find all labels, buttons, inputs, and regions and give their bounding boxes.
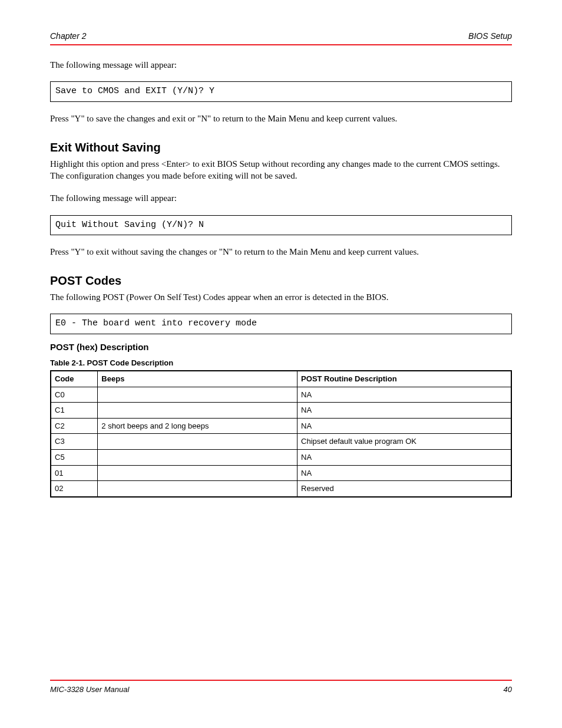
paragraph: The following message will appear:: [50, 59, 512, 71]
footer-right: 40: [504, 684, 512, 695]
page-header: Chapter 2 BIOS Setup: [50, 31, 512, 42]
th-desc: POST Routine Description: [297, 371, 511, 387]
footer-left: MIC-3328 User Manual: [50, 684, 129, 695]
paragraph: Highlight this option and press <Enter> …: [50, 158, 512, 182]
table-row: 02 Reserved: [51, 481, 511, 497]
page-body: The following message will appear: Save …: [50, 59, 512, 498]
table-row: C2 2 short beeps and 2 long beeps NA: [51, 418, 511, 434]
table-row: C0 NA: [51, 387, 511, 403]
table-row: C3 Chipset default value program OK: [51, 434, 511, 450]
header-right: BIOS Setup: [468, 31, 512, 42]
page-footer: MIC-3328 User Manual 40: [50, 684, 512, 695]
section-heading-exit-without-saving: Exit Without Saving: [50, 140, 512, 156]
header-left: Chapter 2: [50, 31, 86, 42]
post-code-table: Code Beeps POST Routine Description C0 N…: [50, 370, 512, 497]
paragraph: Press "Y" to save the changes and exit o…: [50, 113, 512, 124]
section-heading-post-codes: POST Codes: [50, 273, 512, 289]
paragraph: The following message will appear:: [50, 192, 512, 204]
table-row: 01 NA: [51, 465, 511, 481]
th-code: Code: [51, 371, 98, 387]
header-rule: [50, 44, 512, 45]
subsection-heading: POST (hex) Description: [50, 341, 512, 353]
table-header-row: Code Beeps POST Routine Description: [51, 371, 511, 387]
table-row: C1 NA: [51, 403, 511, 419]
code-block: Save to CMOS and EXIT (Y/N)? Y: [50, 81, 512, 101]
table-caption: Table 2-1. POST Code Description: [50, 358, 512, 368]
th-beeps: Beeps: [98, 371, 297, 387]
paragraph: Press "Y" to exit without saving the cha…: [50, 246, 512, 258]
code-block: Quit Without Saving (Y/N)? N: [50, 215, 512, 235]
code-block: E0 - The board went into recovery mode: [50, 314, 512, 334]
paragraph: The following POST (Power On Self Test) …: [50, 291, 512, 303]
table-row: C5 NA: [51, 450, 511, 466]
footer-rule: [50, 680, 512, 681]
